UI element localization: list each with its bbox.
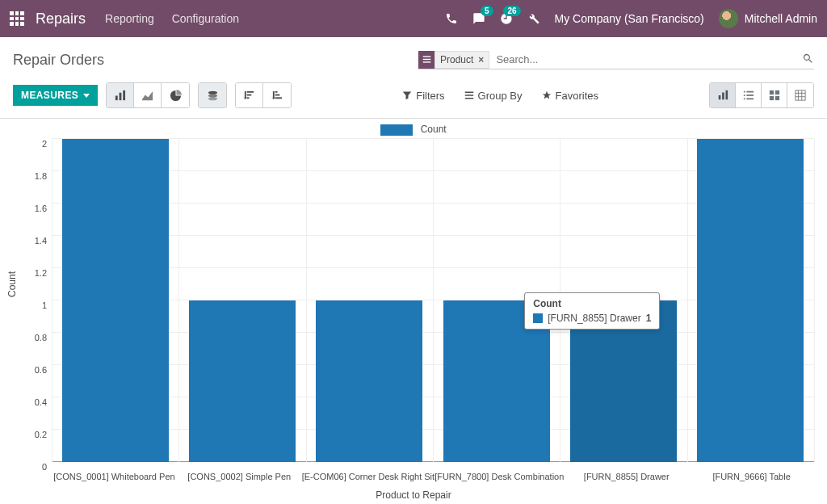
svg-point-6 [208,90,217,94]
svg-rect-2 [422,61,430,62]
groupby-icon [418,51,434,69]
chart-area: Count Count 00.20.40.60.811.21.41.61.82 … [0,119,827,504]
chart-type-group [106,82,190,108]
search-facet: Product × [418,51,489,69]
x-tick-label: [FURN_8855] Drawer [564,472,689,481]
company-selector[interactable]: My Company (San Francisco) [555,12,704,25]
favorites-button[interactable]: Favorites [542,90,598,102]
svg-point-8 [208,97,217,100]
svg-rect-20 [725,90,728,99]
svg-rect-23 [743,94,745,96]
user-name: Mitchell Admin [745,12,817,25]
svg-rect-22 [746,91,754,93]
y-tick: 0 [42,462,47,472]
sort-desc-button[interactable] [236,83,263,107]
chat-icon[interactable]: 5 [472,12,485,25]
chart-bars [52,139,814,462]
pie-chart-button[interactable] [162,83,189,107]
x-axis-labels: [CONS_0001] Whiteboard Pen[CONS_0002] Si… [52,472,814,481]
chart-tooltip: Count [FURN_8855] Drawer 1 [524,292,660,330]
svg-rect-28 [775,90,779,94]
chart-bar[interactable] [189,300,296,462]
svg-rect-15 [464,92,473,94]
svg-rect-11 [247,97,250,99]
svg-rect-27 [769,90,773,94]
graph-view-button[interactable] [710,83,736,107]
search-icon[interactable] [802,52,814,67]
y-tick: 0.8 [35,333,47,342]
measures-label: MEASURES [21,90,78,101]
x-tick-label: [FURN_7800] Desk Combination [434,472,564,481]
groupby-label: Group By [478,90,523,102]
svg-rect-24 [746,94,754,96]
svg-rect-0 [422,56,430,57]
tooltip-value: 1 [646,313,652,324]
y-tick: 1 [42,300,47,310]
y-tick: 1.2 [35,268,47,278]
x-tick-label: [CONS_0002] Simple Pen [177,472,302,481]
sort-group [235,82,292,108]
search-input[interactable] [493,50,802,69]
x-tick-label: [CONS_0001] Whiteboard Pen [52,472,177,481]
clock-icon[interactable]: 26 [500,12,513,25]
favorites-label: Favorites [556,90,598,102]
nav-configuration[interactable]: Configuration [172,12,239,25]
top-nav: Repairs Reporting Configuration 5 26 My … [0,0,827,37]
y-tick: 0.4 [35,397,47,407]
svg-rect-31 [796,90,805,100]
search-bar[interactable]: Product × [418,50,814,69]
apps-icon[interactable] [10,11,24,26]
groupby-button[interactable]: Group By [464,90,523,102]
svg-rect-19 [722,93,724,100]
page-title: Repair Orders [13,52,104,69]
list-view-button[interactable] [736,83,762,107]
tooltip-swatch [533,313,543,323]
chart-bar[interactable] [62,139,169,462]
nav-reporting[interactable]: Reporting [105,12,154,25]
facet-remove[interactable]: × [478,54,484,65]
svg-point-7 [208,94,217,97]
tooltip-series: [FURN_8855] Drawer [548,313,640,324]
sort-asc-button[interactable] [263,83,291,107]
filters-label: Filters [416,90,444,102]
pivot-view-button[interactable] [787,83,813,107]
filters-button[interactable]: Filters [402,90,444,102]
svg-rect-17 [464,98,473,99]
y-tick: 1.4 [35,236,47,246]
measures-button[interactable]: MEASURES [13,85,98,106]
y-tick: 2 [42,139,47,149]
y-tick: 0.6 [35,365,47,375]
svg-rect-1 [422,59,430,60]
svg-rect-14 [275,97,281,99]
svg-rect-25 [743,99,745,100]
svg-rect-3 [115,95,118,100]
clock-badge: 26 [503,6,520,16]
svg-rect-9 [247,90,254,92]
svg-rect-12 [275,90,277,92]
x-tick-label: [E-COM06] Corner Desk Right Sit [302,472,434,481]
x-tick-label: [FURN_9666] Table [689,472,814,481]
svg-rect-13 [275,94,279,95]
chart-legend: Count [6,124,821,136]
view-switcher [709,82,814,108]
line-chart-button[interactable] [134,83,162,107]
user-menu[interactable]: Mitchell Admin [719,9,817,28]
facet-text: Product [440,54,473,65]
svg-rect-21 [743,91,745,93]
svg-rect-29 [769,96,773,100]
y-tick: 0.2 [35,430,47,439]
stacked-button[interactable] [199,83,226,107]
svg-rect-5 [123,90,125,99]
caret-down-icon [83,94,90,98]
wrench-icon[interactable] [527,12,540,25]
phone-icon[interactable] [445,12,458,25]
svg-rect-4 [120,92,122,99]
app-brand[interactable]: Repairs [36,10,86,27]
chart-bar[interactable] [316,300,422,462]
bar-chart-button[interactable] [107,83,134,107]
chart-option-group [198,82,227,108]
y-tick: 1.6 [35,204,47,213]
y-axis-title: Count [6,271,18,297]
chart-bar[interactable] [697,139,804,462]
kanban-view-button[interactable] [762,83,787,107]
